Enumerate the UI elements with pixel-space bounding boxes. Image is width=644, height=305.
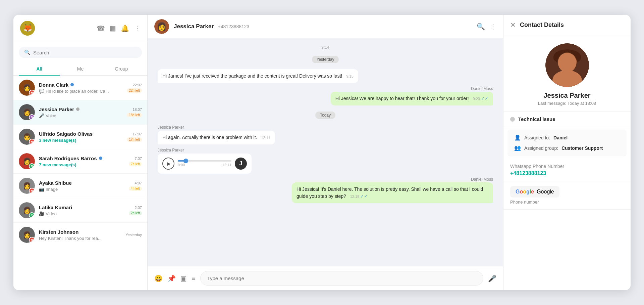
template-icon[interactable]: ▣ [180, 274, 187, 282]
list-item[interactable]: 👩 R Sarah Rodrigues Barros 7 new message… [13, 149, 147, 174]
assigned-group-row: 👥 Assigned group: Customer Support [514, 145, 620, 151]
contact-meta: 17:07 17h left [127, 132, 142, 142]
time-left-badge: 17h left [127, 137, 142, 142]
badge: R [29, 188, 35, 194]
time-left-badge: 22h left [127, 88, 142, 93]
tab-all[interactable]: All [19, 63, 60, 76]
cd-google-section: Google Google Phone number [503, 181, 631, 210]
list-item[interactable]: 👨 R Ulfrido Salgado Olivas 3 new message… [13, 125, 147, 149]
group-icon: 👥 [514, 145, 521, 151]
avatar: 👩 R [19, 80, 35, 96]
person-icon: 👤 [514, 134, 521, 141]
sidebar-header: 🦊 ☎ ▦ 🔔 ⋮ [13, 15, 147, 42]
time-left-badge: 4h left [129, 186, 142, 191]
assigned-to-value: Daniel [553, 135, 568, 140]
contact-info: Jessica Parker 🎤 Voice [39, 106, 123, 118]
msg-time: 12:11 [261, 135, 270, 141]
mic-icon[interactable]: 🎤 [488, 274, 496, 282]
avatar: 👩 C [19, 202, 35, 218]
message-row: Jessica Parker Hi again. Actually there … [158, 125, 275, 144]
contact-preview: 📷 Image [39, 187, 125, 192]
google-button[interactable]: Google Google [510, 186, 559, 198]
cd-tag-section: Technical issue [503, 112, 631, 127]
bell-icon[interactable]: 🔔 [121, 24, 129, 32]
msg-sender: Daniel Moss [471, 177, 493, 182]
contact-name: Donna Clark [39, 82, 68, 88]
message-bubble: Hi Jessica! It's Daniel here. The soluti… [292, 182, 493, 203]
time-badge: 4:07 [135, 181, 142, 185]
avatar: 👩 R [19, 227, 35, 243]
assigned-to-label: Assigned to: [524, 135, 550, 140]
contact-meta: 7:07 7h left [129, 157, 142, 166]
chat-header-info: Jessica Parker +48123888123 [174, 23, 472, 30]
list-item[interactable]: 👩 R Donna Clark 💬 Hi! Id like to place a… [13, 76, 147, 100]
search-icon: 🔍 [24, 49, 31, 55]
chat-input-bar: 😀 📌 ▣ ≡ 🎤 [148, 266, 503, 290]
msg-sender: Daniel Moss [471, 86, 493, 91]
whatsapp-phone-label: Whatsapp Phone Number [510, 164, 624, 169]
search-box[interactable]: 🔍 [19, 47, 142, 58]
app-container: 🦊 ☎ ▦ 🔔 ⋮ 🔍 All Me Group 👩 [13, 15, 631, 290]
cd-contact-name: Jessica Parker [543, 92, 590, 99]
sidebar: 🦊 ☎ ▦ 🔔 ⋮ 🔍 All Me Group 👩 [13, 15, 148, 290]
msg-ticks: ✓✓ [481, 96, 488, 101]
tab-group[interactable]: Group [101, 63, 142, 76]
time-badge: 7:07 [135, 157, 142, 161]
list-item[interactable]: 👩 D Jessica Parker 🎤 Voice 18:07 18h le [13, 100, 147, 125]
whatsapp-phone-number: +48123888123 [510, 170, 624, 176]
emoji-icon[interactable]: 😀 [154, 274, 163, 282]
tag-dot [510, 117, 515, 122]
contact-preview: 7 new message(s) [39, 162, 125, 167]
msg-ticks: ✓✓ [360, 194, 368, 199]
list-item[interactable]: 👩 C Latika Kumari 🎥 Video 2:07 2h left [13, 198, 147, 223]
date-pill: Today [315, 112, 335, 119]
contact-info: Sarah Rodrigues Barros 7 new message(s) [39, 156, 125, 167]
message-row: Daniel Moss Hi Jessica! It's Daniel here… [292, 177, 493, 203]
message-bubble: Hi Jessica! We are happy to hear that! T… [331, 92, 493, 105]
time-left-badge: 7h left [129, 162, 142, 166]
messages-container: 9:14 Yesterday Hi James! I've just recei… [148, 38, 503, 266]
search-icon[interactable]: 🔍 [477, 23, 485, 31]
cd-tag-label: Technical issue [518, 116, 555, 122]
more-icon[interactable]: ⋮ [490, 23, 496, 31]
copy-icon[interactable]: ▦ [110, 24, 116, 32]
badge: D [29, 114, 35, 120]
contact-info: Ulfrido Salgado Olivas 3 new message(s) [39, 131, 123, 143]
list-icon[interactable]: ≡ [192, 274, 196, 282]
waveform-total: 12:11 [222, 163, 231, 167]
close-icon[interactable]: ✕ [510, 21, 516, 29]
avatar: 👩 D [19, 104, 35, 120]
time-badge: 18:07 [132, 107, 142, 112]
time-badge: 2:07 [135, 206, 142, 210]
time-left-badge: 2h left [129, 211, 142, 215]
search-input[interactable] [33, 50, 137, 55]
msg-label: Jessica Parker [158, 148, 252, 152]
chat-area: 👩 Jessica Parker +48123888123 🔍 ⋮ 9:14 Y… [148, 15, 503, 290]
more-icon[interactable]: ⋮ [134, 24, 141, 32]
waveform: 0:00 12:11 [178, 160, 231, 167]
waveform-times: 0:00 12:11 [178, 163, 231, 167]
tab-me[interactable]: Me [60, 63, 101, 76]
list-item[interactable]: 👩 R Ayaka Shibue 📷 Image 4:07 4h left [13, 174, 147, 198]
waveform-progress [178, 160, 186, 162]
cd-assignment-section: 👤 Assigned to: Daniel 👥 Assigned group: … [507, 130, 627, 156]
message-bubble: Hi again. Actually there is one problem … [158, 131, 275, 144]
chat-header-phone: +48123888123 [218, 24, 250, 29]
contact-name: Latika Kumari [39, 205, 72, 210]
contact-preview: Hey Kirsten! Thank you for rea... [39, 236, 121, 241]
contact-name: Jessica Parker [39, 106, 74, 112]
play-button[interactable]: ▶ [162, 158, 174, 170]
contact-details-title: Contact Details [520, 21, 564, 29]
badge: R [29, 163, 35, 169]
badge: C [29, 212, 35, 218]
contact-name: Sarah Rodrigues Barros [39, 156, 97, 161]
chat-icon[interactable]: ☎ [97, 24, 105, 32]
list-item[interactable]: 👩 R Kirsten Johnson Hey Kirsten! Thank y… [13, 223, 147, 247]
phone-number-label: Phone number [510, 200, 624, 205]
message-input[interactable] [200, 271, 483, 286]
assigned-group-label: Assigned group: [524, 145, 558, 151]
chat-header-actions: 🔍 ⋮ [477, 23, 496, 31]
attach-icon[interactable]: 📌 [167, 274, 176, 282]
msg-time: 12:15 ✓✓ [350, 193, 368, 200]
tabs-row: All Me Group [13, 63, 147, 76]
